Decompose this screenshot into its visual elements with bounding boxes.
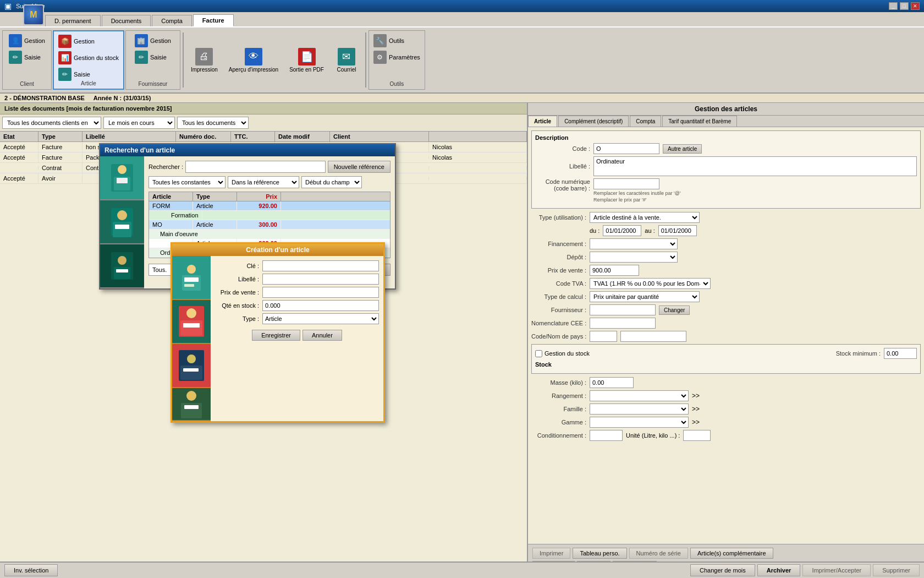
filter-select-1[interactable]: Tous les documents clients en cours — [2, 117, 101, 129]
gamme-arrow[interactable]: >> — [692, 418, 700, 426]
stock-min-input[interactable] — [884, 348, 917, 359]
supprimer-btn[interactable]: Supprimer — [873, 564, 920, 576]
autre-article-btn[interactable]: Autre article — [663, 144, 702, 154]
type-select[interactable]: Article — [262, 313, 379, 324]
libelle-textarea[interactable]: Ordinateur — [593, 156, 917, 176]
gamme-label: Gamme : — [531, 419, 586, 426]
row-user: Nicolas — [429, 152, 527, 162]
apercu-btn[interactable]: 👁 Aperçu d'impression — [224, 45, 283, 75]
du-input[interactable] — [603, 225, 641, 236]
stock-title: Stock — [535, 361, 917, 368]
sidebar-img-2 — [100, 200, 144, 244]
search-input[interactable] — [185, 161, 326, 173]
changer-mois-btn[interactable]: Changer de mois — [690, 564, 755, 576]
begin-filter[interactable]: Début du champ — [301, 176, 362, 188]
pays-nom-input[interactable] — [620, 331, 686, 342]
outils-btn[interactable]: 🔧 Outils — [371, 33, 422, 48]
gestion-fourn-btn[interactable]: 🏢 Gestion — [133, 33, 173, 48]
tab-documents[interactable]: Documents — [102, 15, 151, 26]
saisie-client-btn[interactable]: ✏ Saisie — [7, 50, 47, 65]
code-pays-input[interactable] — [590, 331, 617, 342]
articles-complementaire-btn[interactable]: Article(s) complémentaire — [690, 548, 773, 559]
gestion-article-btn[interactable]: 📦 Gestion — [56, 34, 121, 49]
rangement-arrow[interactable]: >> — [692, 392, 700, 400]
creation-dialog[interactable]: Création d'un article — [170, 242, 385, 423]
masse-input[interactable] — [590, 377, 634, 388]
header-client: Client — [330, 132, 429, 141]
tab-compta[interactable]: Compta — [152, 15, 192, 26]
famille-row: Famille : >> — [531, 403, 921, 415]
const-filter[interactable]: Toutes les constantes — [148, 176, 226, 188]
list-item[interactable]: FORM Article 920.00 — [149, 201, 390, 211]
saisie-article-icon: ✏ — [58, 68, 72, 81]
tab-facture[interactable]: Facture — [193, 14, 234, 26]
toolbar-article-section: 📦 Gestion 📊 Gestion du stock ✏ Saisie Ar… — [53, 30, 124, 90]
famille-select[interactable] — [590, 403, 689, 415]
imprimer-accepter-btn[interactable]: Imprimer/Accepter — [802, 564, 871, 576]
libelle-input[interactable] — [262, 274, 379, 285]
prix-vente-input[interactable] — [590, 265, 639, 276]
gestion-stock-checkbox[interactable] — [535, 350, 542, 357]
rangement-select[interactable] — [590, 390, 689, 401]
cle-input[interactable] — [262, 260, 379, 271]
tab-compta[interactable]: Compta — [630, 116, 661, 127]
inv-selection-btn[interactable]: Inv. sélection — [4, 564, 58, 576]
famille-label: Famille : — [531, 406, 586, 412]
type-util-select[interactable]: Article destiné à la vente. — [590, 212, 700, 223]
saisie-fourn-btn[interactable]: ✏ Saisie — [133, 50, 173, 65]
minimize-btn[interactable]: _ — [889, 2, 898, 10]
code-label: Code : — [535, 145, 590, 152]
parametres-btn[interactable]: ⚙ Paramètres — [371, 50, 422, 65]
archiver-btn[interactable]: Archiver — [757, 564, 801, 576]
au-input[interactable] — [658, 225, 697, 236]
tab-article[interactable]: Article — [528, 116, 557, 127]
filter-select-3[interactable]: Tous les documents — [177, 117, 249, 129]
famille-arrow[interactable]: >> — [692, 405, 700, 413]
ref-filter[interactable]: Dans la référence — [228, 176, 299, 188]
qt-input[interactable] — [262, 300, 379, 311]
svg-rect-11 — [116, 269, 128, 272]
unite-input[interactable] — [683, 430, 711, 441]
nomenclature-input[interactable] — [590, 318, 656, 329]
creation-content: Clé : Libellé : Prix de vente : Qté en s… — [172, 256, 383, 421]
gamme-select[interactable] — [590, 417, 689, 428]
saisie-article-btn[interactable]: ✏ Saisie — [56, 67, 121, 82]
type-calcul-select[interactable]: Prix unitaire par quantité — [590, 291, 700, 302]
app-logo[interactable]: M — [23, 4, 44, 25]
annuler-btn[interactable]: Annuler — [302, 330, 342, 341]
code-tva-select[interactable]: TVA1 (1.HR % ou 0.00 % pour les Dom-Tom) — [590, 278, 711, 289]
code-input[interactable] — [593, 143, 659, 154]
tab-tarif[interactable]: Tarif quantitatif et Barème — [662, 116, 737, 127]
new-ref-btn[interactable]: Nouvelle référence — [328, 161, 391, 173]
tab-complement[interactable]: Complément (descriptif) — [558, 116, 629, 127]
conditionnement-input[interactable] — [590, 430, 623, 441]
changer-btn[interactable]: Changer — [659, 306, 690, 315]
courriel-btn[interactable]: ✉ Courriel — [330, 45, 363, 75]
code-barre-input[interactable] — [593, 178, 659, 189]
outils-icon: 🔧 — [373, 34, 387, 47]
filter-select-2[interactable]: Le mois en cours — [103, 117, 175, 129]
numero-serie-btn[interactable]: Numéro de série — [629, 548, 688, 559]
fournisseur-label: Fournisseur : — [531, 307, 586, 313]
sortie-pdf-btn[interactable]: 📄 Sortie en PDF — [284, 45, 329, 75]
impression-icon: 🖨 — [195, 48, 213, 66]
maximize-btn[interactable]: □ — [900, 2, 909, 10]
gestion-client-btn[interactable]: 👤 Gestion — [7, 33, 47, 48]
imprimer-btn[interactable]: Imprimer — [532, 548, 570, 559]
tab-d-permanent[interactable]: D. permanent — [45, 15, 101, 26]
fournisseur-input[interactable] — [590, 304, 656, 315]
depot-select[interactable] — [590, 252, 678, 263]
enregistrer-btn[interactable]: Enregistrer — [252, 330, 300, 341]
impression-btn[interactable]: 🖨 Impression — [186, 45, 223, 75]
close-btn[interactable]: ✕ — [911, 2, 920, 10]
stock-min-label: Stock minimum : — [826, 350, 881, 357]
tableau-perso-btn[interactable]: Tableau perso. — [573, 548, 626, 559]
nomenclature-label: Nomenclature CEE : — [531, 320, 586, 326]
gestion-stock-btn[interactable]: 📊 Gestion du stock — [56, 50, 121, 66]
prix-input[interactable] — [262, 287, 379, 298]
window-controls[interactable]: _ □ ✕ — [889, 2, 920, 10]
svg-point-22 — [187, 355, 196, 363]
financement-select[interactable] — [590, 238, 678, 249]
list-item[interactable]: MO Article 300.00 — [149, 220, 390, 230]
list-subitem: Main d'oeuvre — [149, 230, 390, 239]
